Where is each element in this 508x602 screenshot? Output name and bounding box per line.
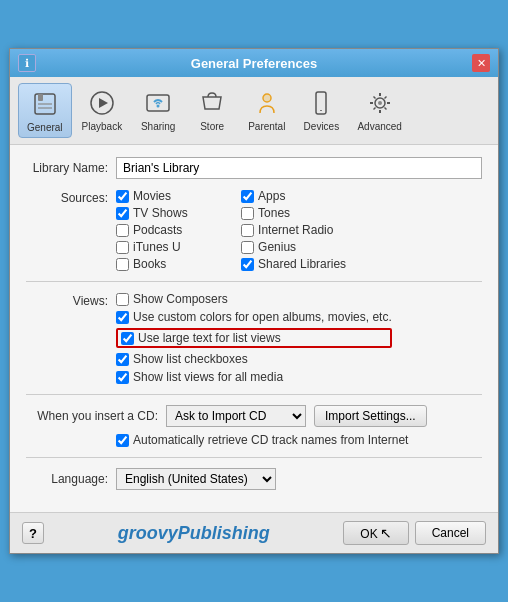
svg-line-18 xyxy=(373,97,375,99)
views-section: Views: Show Composers Use custom colors … xyxy=(26,292,482,384)
svg-point-9 xyxy=(263,94,271,102)
view-show-composers: Show Composers xyxy=(116,292,392,306)
title-bar-left: ℹ xyxy=(18,54,36,72)
toolbar-store[interactable]: Store xyxy=(186,83,238,138)
source-apps-checkbox[interactable] xyxy=(241,190,254,203)
toolbar-general-label: General xyxy=(27,122,63,133)
library-name-label: Library Name: xyxy=(26,161,116,175)
footer-logo-text: groovyPublishing xyxy=(118,523,270,543)
playback-icon xyxy=(86,87,118,119)
cd-row: When you insert a CD: Ask to Import CD S… xyxy=(26,405,482,427)
source-apps-label: Apps xyxy=(258,189,285,203)
svg-marker-5 xyxy=(99,98,108,108)
view-all-media: Show list views for all media xyxy=(116,370,392,384)
language-select[interactable]: English (United States) French German Sp… xyxy=(116,468,276,490)
source-genius: Genius xyxy=(241,240,346,254)
views-options: Show Composers Use custom colors for ope… xyxy=(116,292,392,384)
info-button[interactable]: ℹ xyxy=(18,54,36,72)
svg-point-13 xyxy=(378,101,382,105)
cd-retrieve-label: Automatically retrieve CD track names fr… xyxy=(133,433,408,447)
view-large-text: Use large text for list views xyxy=(116,328,392,348)
source-movies-label: Movies xyxy=(133,189,171,203)
footer: ? groovyPublishing OK↖ Cancel xyxy=(10,512,498,553)
view-large-text-label: Use large text for list views xyxy=(138,331,281,345)
main-window: ℹ General Preferences ✕ General xyxy=(9,48,499,554)
source-podcasts-checkbox[interactable] xyxy=(116,224,129,237)
cd-retrieve-checkbox[interactable] xyxy=(116,434,129,447)
toolbar-sharing-label: Sharing xyxy=(141,121,175,132)
source-apps: Apps xyxy=(241,189,346,203)
source-movies-checkbox[interactable] xyxy=(116,190,129,203)
view-list-checkboxes-label: Show list checkboxes xyxy=(133,352,248,366)
source-podcasts-label: Podcasts xyxy=(133,223,182,237)
source-internet-radio-checkbox[interactable] xyxy=(241,224,254,237)
toolbar-sharing[interactable]: Sharing xyxy=(132,83,184,138)
source-itunes-u-checkbox[interactable] xyxy=(116,241,129,254)
ok-button[interactable]: OK↖ xyxy=(343,521,408,545)
source-books-checkbox[interactable] xyxy=(116,258,129,271)
toolbar: General Playback Sharing xyxy=(10,77,498,145)
source-movies: Movies xyxy=(116,189,221,203)
content-area: Library Name: Sources: Movies Apps TV Sh… xyxy=(10,145,498,512)
import-settings-button[interactable]: Import Settings... xyxy=(314,405,427,427)
svg-point-7 xyxy=(157,105,160,108)
close-button[interactable]: ✕ xyxy=(472,54,490,72)
advanced-icon xyxy=(364,87,396,119)
source-tones-label: Tones xyxy=(258,206,290,220)
devices-icon xyxy=(305,87,337,119)
source-tones: Tones xyxy=(241,206,346,220)
toolbar-parental-label: Parental xyxy=(248,121,285,132)
source-shared-libraries-label: Shared Libraries xyxy=(258,257,346,271)
source-internet-radio: Internet Radio xyxy=(241,223,346,237)
toolbar-general[interactable]: General xyxy=(18,83,72,138)
window-title: General Preferences xyxy=(36,56,472,71)
toolbar-parental[interactable]: Parental xyxy=(240,83,293,138)
divider-2 xyxy=(26,394,482,395)
toolbar-devices-label: Devices xyxy=(304,121,340,132)
source-tv-shows-checkbox[interactable] xyxy=(116,207,129,220)
cd-retrieve-checkbox-item: Automatically retrieve CD track names fr… xyxy=(116,433,408,447)
source-podcasts: Podcasts xyxy=(116,223,221,237)
svg-line-19 xyxy=(384,108,386,110)
sources-label: Sources: xyxy=(26,189,116,271)
view-custom-colors-label: Use custom colors for open albums, movie… xyxy=(133,310,392,324)
sharing-icon xyxy=(142,87,174,119)
views-label: Views: xyxy=(26,292,116,384)
source-books-label: Books xyxy=(133,257,166,271)
toolbar-advanced[interactable]: Advanced xyxy=(349,83,409,138)
cd-retrieve-row: Automatically retrieve CD track names fr… xyxy=(116,433,482,447)
cd-label: When you insert a CD: xyxy=(26,409,166,423)
title-bar-right: ✕ xyxy=(472,54,490,72)
view-custom-colors-checkbox[interactable] xyxy=(116,311,129,324)
source-tv-shows: TV Shows xyxy=(116,206,221,220)
cancel-button[interactable]: Cancel xyxy=(415,521,486,545)
view-all-media-checkbox[interactable] xyxy=(116,371,129,384)
view-show-composers-label: Show Composers xyxy=(133,292,228,306)
view-show-composers-checkbox[interactable] xyxy=(116,293,129,306)
language-section: Language: English (United States) French… xyxy=(26,468,482,490)
cd-action-select[interactable]: Ask to Import CD Show CD Begin Playing I… xyxy=(166,405,306,427)
view-large-text-checkbox[interactable] xyxy=(121,332,134,345)
toolbar-playback[interactable]: Playback xyxy=(74,83,131,138)
source-genius-label: Genius xyxy=(258,240,296,254)
source-internet-radio-label: Internet Radio xyxy=(258,223,333,237)
toolbar-playback-label: Playback xyxy=(82,121,123,132)
source-tones-checkbox[interactable] xyxy=(241,207,254,220)
cursor-icon: ↖ xyxy=(380,525,392,541)
help-button[interactable]: ? xyxy=(22,522,44,544)
store-icon xyxy=(196,87,228,119)
svg-line-20 xyxy=(384,97,386,99)
view-all-media-label: Show list views for all media xyxy=(133,370,283,384)
source-shared-libraries-checkbox[interactable] xyxy=(241,258,254,271)
source-genius-checkbox[interactable] xyxy=(241,241,254,254)
svg-rect-1 xyxy=(38,94,43,101)
library-name-input[interactable] xyxy=(116,157,482,179)
view-list-checkboxes: Show list checkboxes xyxy=(116,352,392,366)
footer-buttons: OK↖ Cancel xyxy=(343,521,486,545)
toolbar-devices[interactable]: Devices xyxy=(295,83,347,138)
view-list-checkboxes-checkbox[interactable] xyxy=(116,353,129,366)
source-shared-libraries: Shared Libraries xyxy=(241,257,346,271)
divider-3 xyxy=(26,457,482,458)
footer-logo: groovyPublishing xyxy=(44,523,343,544)
svg-line-21 xyxy=(373,108,375,110)
